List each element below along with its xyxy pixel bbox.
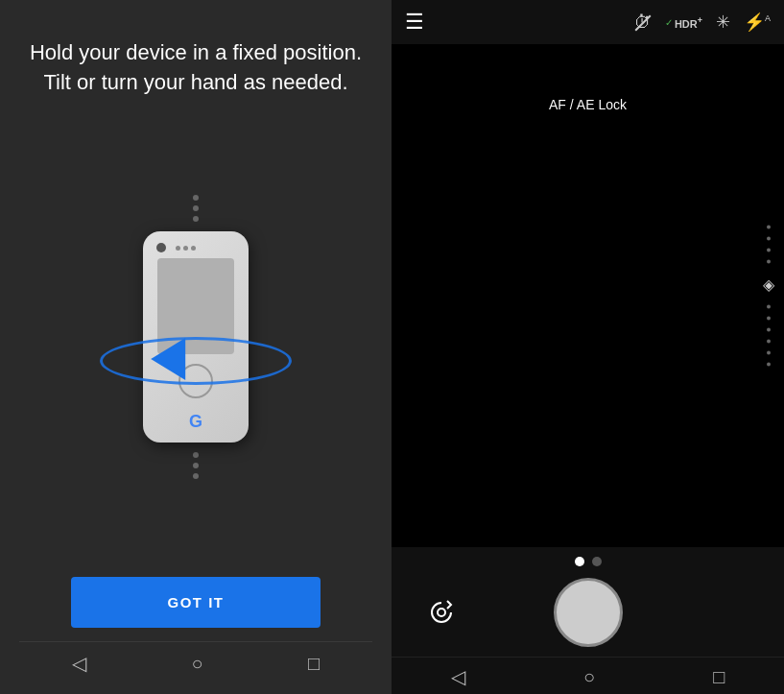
shutter-button[interactable] bbox=[554, 578, 623, 647]
af-ae-lock-label: AF / AE Lock bbox=[549, 97, 627, 112]
speaker-dot bbox=[176, 246, 180, 251]
menu-icon[interactable]: ☰ bbox=[405, 10, 424, 35]
exp-dot bbox=[767, 249, 771, 252]
speaker-dot bbox=[191, 246, 196, 251]
hdr-icon[interactable]: ✓ HDR+ bbox=[665, 15, 702, 30]
camera-controls-row bbox=[392, 578, 784, 657]
back-button[interactable]: ◁ bbox=[72, 652, 86, 675]
dot bbox=[193, 463, 199, 468]
exp-dot bbox=[767, 340, 771, 344]
exp-dot bbox=[767, 363, 771, 367]
phone-top-bar bbox=[143, 231, 249, 258]
flash-mode-icon[interactable]: ✳ bbox=[716, 12, 730, 33]
flip-camera-icon bbox=[426, 597, 457, 628]
phone-speaker bbox=[176, 246, 196, 251]
svg-point-0 bbox=[438, 609, 445, 616]
dot bbox=[193, 452, 199, 458]
phone-camera-dot bbox=[156, 243, 166, 252]
flash-auto-icon[interactable]: ⚡A bbox=[744, 12, 771, 33]
camera-top-icons: ⏱ ✓ HDR+ ✳ ⚡A bbox=[634, 12, 771, 33]
direction-arrow bbox=[151, 338, 185, 380]
camera-home-button[interactable]: ○ bbox=[583, 666, 595, 688]
exposure-slider[interactable]: ◈ bbox=[763, 226, 774, 367]
speaker-dot bbox=[183, 246, 188, 251]
hdr-label: HDR+ bbox=[675, 15, 702, 30]
orbit-ring bbox=[100, 337, 292, 385]
camera-recents-button[interactable]: □ bbox=[713, 666, 725, 688]
exp-dot bbox=[767, 260, 771, 264]
recents-button[interactable]: □ bbox=[308, 653, 320, 675]
camera-panel: ☰ ⏱ ✓ HDR+ ✳ ⚡A AF / AE Lock ◈ bbox=[392, 0, 784, 694]
camera-viewfinder: AF / AE Lock ◈ bbox=[392, 44, 784, 547]
exp-dot bbox=[767, 328, 771, 332]
dot bbox=[193, 195, 199, 201]
home-button[interactable]: ○ bbox=[191, 653, 202, 675]
mode-dot-active bbox=[575, 557, 584, 566]
camera-nav-bar: ◁ ○ □ bbox=[392, 657, 784, 694]
placeholder bbox=[713, 591, 755, 634]
exp-dot bbox=[767, 237, 771, 241]
camera-bottom-controls bbox=[392, 547, 784, 657]
dot bbox=[193, 205, 199, 211]
mode-indicator bbox=[575, 557, 602, 566]
flip-camera-button[interactable] bbox=[420, 591, 463, 634]
instruction-text: Hold your device in a fixed position. Ti… bbox=[19, 38, 372, 98]
got-it-button[interactable]: GOT IT bbox=[71, 577, 321, 628]
dot bbox=[193, 216, 199, 222]
arrow-left-icon bbox=[151, 338, 185, 380]
exp-dot bbox=[767, 351, 771, 355]
brightness-icon: ◈ bbox=[763, 275, 774, 294]
exp-dot bbox=[767, 226, 771, 229]
bottom-nav-bar: ◁ ○ □ bbox=[19, 641, 372, 679]
dots-top bbox=[193, 195, 199, 222]
camera-back-button[interactable]: ◁ bbox=[451, 665, 465, 688]
exp-dot bbox=[767, 317, 771, 321]
camera-top-bar: ☰ ⏱ ✓ HDR+ ✳ ⚡A bbox=[392, 0, 784, 44]
dot bbox=[193, 473, 199, 479]
mode-dot-inactive bbox=[592, 557, 602, 566]
tutorial-panel: Hold your device in a fixed position. Ti… bbox=[0, 0, 392, 694]
phone-body-wrapper: G bbox=[143, 231, 249, 443]
google-logo: G bbox=[189, 412, 202, 432]
phone-illustration: G bbox=[143, 108, 249, 567]
exp-dot bbox=[767, 305, 771, 309]
dots-bottom bbox=[193, 452, 199, 479]
timer-off-icon[interactable]: ⏱ bbox=[634, 12, 652, 33]
